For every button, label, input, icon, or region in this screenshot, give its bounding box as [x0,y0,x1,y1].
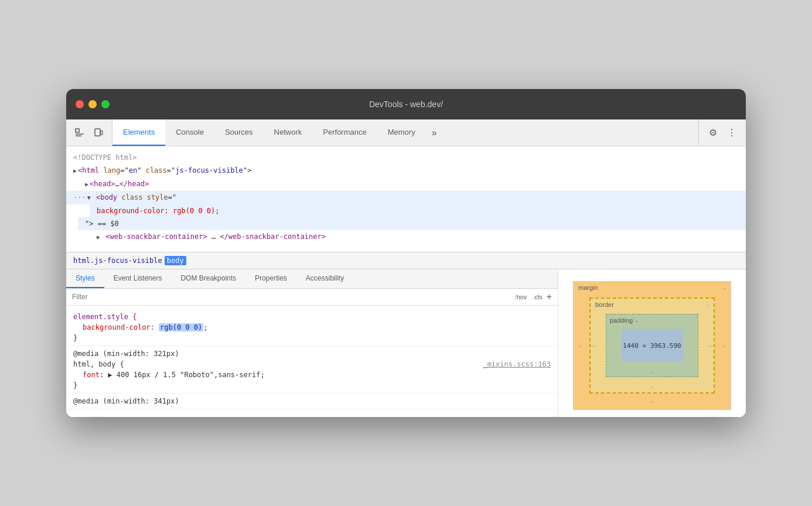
cls-button[interactable]: .cls [531,293,544,301]
bm-padding-bottom: - [651,368,653,375]
sub-tabs: Styles Event Listeners DOM Breakpoints P… [66,269,558,289]
breadcrumb-html[interactable]: html.js-focus-visible [73,257,162,265]
sub-tab-event-listeners[interactable]: Event Listeners [104,269,172,288]
svg-rect-3 [95,129,100,136]
tabs-bar: Elements Console Sources Network Perform… [112,119,698,146]
top-toolbar: Elements Console Sources Network Perform… [66,119,746,146]
toolbar-icons [66,119,112,146]
css-media-query: @media (min-width: 321px) [73,348,551,359]
elements-panel: <!DOCTYPE html> ▶<html lang="en" class="… [66,146,746,252]
filter-buttons: :hov .cls + [513,292,552,302]
minimize-button[interactable] [88,100,97,108]
filter-bar: :hov .cls + [66,289,558,306]
breadcrumb-body[interactable]: body [165,256,186,265]
breadcrumb-bar: html.js-focus-visible body [66,252,746,269]
css-selector-line: element.style { [73,312,551,322]
bm-border-left: - [593,342,595,349]
dom-doctype: <!DOCTYPE html> [66,151,746,164]
bm-padding-value: - [635,317,637,324]
bm-margin-bottom: - [651,398,653,405]
svg-rect-0 [76,129,79,132]
css-property-font[interactable]: font: ▶ 400 16px / 1.5 "Roboto",sans-ser… [73,370,551,380]
bm-content: 1440 × 3963.590 [621,329,683,362]
settings-icon[interactable]: ⚙ [706,126,720,140]
tab-network[interactable]: Network [264,119,313,146]
bm-margin-label: margin [578,284,598,291]
bm-margin-right: - [724,342,726,349]
window-title: DevTools - web.dev/ [369,100,443,109]
css-media-selector: html, body { _mixins.scss:163 [73,359,551,370]
styles-section: Styles Event Listeners DOM Breakpoints P… [66,269,558,417]
sub-tab-properties[interactable]: Properties [245,269,296,288]
tab-memory[interactable]: Memory [377,119,426,146]
toolbar-right: ⚙ ⋮ [698,119,746,146]
titlebar: DevTools - web.dev/ [66,89,746,119]
box-model-section: margin - - - - border - - - - [558,269,746,417]
filter-input[interactable] [72,293,508,301]
box-model: margin - - - - border - - - - [573,281,731,410]
more-tabs-button[interactable]: » [426,119,443,146]
tab-sources[interactable]: Sources [214,119,264,146]
css-source-link[interactable]: _mixins.scss:163 [483,359,551,370]
bottom-panel: Styles Event Listeners DOM Breakpoints P… [66,269,746,417]
tab-elements[interactable]: Elements [112,119,165,146]
sub-tab-accessibility[interactable]: Accessibility [296,269,353,288]
css-media-close: } [73,380,551,391]
bm-border-right: - [709,342,711,349]
more-options-icon[interactable]: ⋮ [725,126,739,140]
css-rule-close: } [73,333,551,343]
dom-html[interactable]: ▶<html lang="en" class="js-focus-visible… [66,164,746,177]
maximize-button[interactable] [101,100,110,108]
bm-border-bottom: - [651,383,653,390]
add-style-button[interactable]: + [547,292,552,302]
bm-margin-left: - [578,342,581,349]
inspector-icon[interactable] [73,126,86,139]
devtools-panel: Elements Console Sources Network Perform… [66,119,746,417]
tab-performance[interactable]: Performance [312,119,377,146]
traffic-lights [76,100,110,108]
sub-tab-styles[interactable]: Styles [66,269,104,288]
css-rule-partial: @media (min-width: 341px) [66,394,558,409]
bm-padding-label: padding [610,317,633,324]
dom-head[interactable]: ▶<head>…</head> [78,177,746,191]
css-property-bg-color[interactable]: background-color: rgb(0 0 0); [73,322,551,333]
hov-button[interactable]: :hov [513,293,528,301]
css-rule-element-style: element.style { background-color: rgb(0 … [66,309,558,346]
tab-console[interactable]: Console [165,119,214,146]
svg-rect-4 [101,131,103,135]
dom-body[interactable]: ···▼ <body class style=" [66,191,746,204]
close-button[interactable] [76,100,84,108]
bm-content-size: 1440 × 3963.590 [623,342,681,350]
css-rule-media: @media (min-width: 321px) html, body { _… [66,346,558,394]
bm-border-label: border [595,301,614,308]
devtools-window: DevTools - web.dev/ [66,89,746,417]
bm-border-value: - [707,301,709,308]
dom-body-close: "> == $0 [78,217,746,230]
bm-margin-value: - [724,284,726,291]
device-toggle-icon[interactable] [92,126,105,139]
dom-body-bg: background-color: rgb(0 0 0); [90,204,746,217]
dom-snackbar[interactable]: ▶ <web-snackbar-container> … </web-snack… [90,230,746,244]
sub-tab-dom-breakpoints[interactable]: DOM Breakpoints [171,269,245,288]
css-rules: element.style { background-color: rgb(0 … [66,306,558,413]
